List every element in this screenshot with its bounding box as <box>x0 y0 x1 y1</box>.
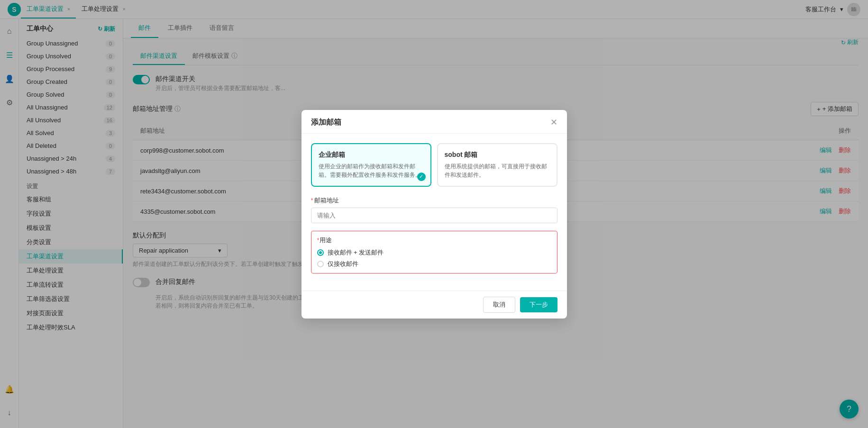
radio-circle-0 <box>317 249 324 256</box>
next-button[interactable]: 下一步 <box>520 297 557 312</box>
usage-label: * 用途 <box>317 236 551 245</box>
email-type-title-1: sobot 邮箱 <box>445 151 550 159</box>
radio-label-0: 接收邮件 + 发送邮件 <box>328 248 384 257</box>
modal-close-button[interactable]: ✕ <box>550 118 557 127</box>
email-type-row: 企业邮箱 使用企业的邮箱作为接收邮箱和发件邮箱。需要额外配置收件服务和发件服务。… <box>311 143 557 187</box>
usage-radio-options: 接收邮件 + 发送邮件 仅接收邮件 <box>317 248 551 268</box>
modal-overlay: 添加邮箱 ✕ 企业邮箱 使用企业的邮箱作为接收邮箱和发件邮箱。需要额外配置收件服… <box>0 0 868 428</box>
radio-circle-1 <box>317 261 324 267</box>
email-field-label: * 邮箱地址 <box>311 196 557 205</box>
email-type-card-0[interactable]: 企业邮箱 使用企业的邮箱作为接收邮箱和发件邮箱。需要额外配置收件服务和发件服务。… <box>311 143 431 187</box>
modal: 添加邮箱 ✕ 企业邮箱 使用企业的邮箱作为接收邮箱和发件邮箱。需要额外配置收件服… <box>302 110 567 319</box>
email-type-card-1[interactable]: sobot 邮箱 使用系统提供的邮箱，可直接用于接收邮件和发送邮件。 <box>437 143 557 187</box>
usage-radio-group: * 用途 接收邮件 + 发送邮件 仅接收邮件 <box>311 231 557 273</box>
email-type-title-0: 企业邮箱 <box>319 151 424 159</box>
cancel-button[interactable]: 取消 <box>483 297 515 313</box>
modal-title: 添加邮箱 <box>311 118 341 127</box>
modal-header: 添加邮箱 ✕ <box>302 110 567 134</box>
email-field-group: * 邮箱地址 <box>311 196 557 231</box>
required-star: * <box>311 197 313 204</box>
check-icon-0: ✓ <box>417 173 426 181</box>
email-type-desc-0: 使用企业的邮箱作为接收邮箱和发件邮箱。需要额外配置收件服务和发件服务。 <box>319 162 424 179</box>
radio-label-1: 仅接收邮件 <box>328 260 358 268</box>
email-input[interactable] <box>311 208 557 223</box>
email-type-desc-1: 使用系统提供的邮箱，可直接用于接收邮件和发送邮件。 <box>445 162 550 179</box>
usage-option-0[interactable]: 接收邮件 + 发送邮件 <box>317 248 551 257</box>
modal-body: 企业邮箱 使用企业的邮箱作为接收邮箱和发件邮箱。需要额外配置收件服务和发件服务。… <box>302 134 567 291</box>
usage-option-1[interactable]: 仅接收邮件 <box>317 260 551 268</box>
modal-footer: 取消 下一步 <box>302 291 567 319</box>
